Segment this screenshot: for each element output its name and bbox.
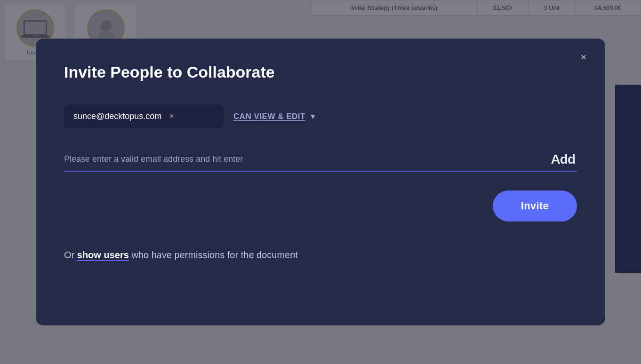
modal-title: Invite People to Collaborate bbox=[64, 63, 577, 81]
permission-label: CAN VIEW & EDIT bbox=[233, 112, 305, 121]
email-tag-text: sunce@decktopus.com bbox=[73, 111, 161, 121]
modal-overlay: × Invite People to Collaborate sunce@dec… bbox=[0, 0, 641, 364]
show-users-link[interactable]: show users bbox=[77, 250, 129, 260]
chevron-down-icon: ▼ bbox=[309, 112, 317, 121]
footer-text: Or show users who have permissions for t… bbox=[64, 250, 577, 261]
footer-suffix: who have permissions for the document bbox=[129, 250, 298, 260]
invite-button[interactable]: Invite bbox=[493, 190, 577, 222]
invite-button-row: Invite bbox=[64, 190, 577, 222]
email-tag-row: sunce@decktopus.com × CAN VIEW & EDIT ▼ bbox=[64, 105, 577, 128]
invite-modal: × Invite People to Collaborate sunce@dec… bbox=[36, 39, 605, 325]
modal-close-button[interactable]: × bbox=[575, 49, 592, 66]
footer-prefix: Or bbox=[64, 250, 77, 260]
email-tag-remove-button[interactable]: × bbox=[169, 111, 174, 121]
email-input-row: Add bbox=[64, 151, 577, 172]
add-button[interactable]: Add bbox=[549, 152, 577, 167]
permission-dropdown-button[interactable]: CAN VIEW & EDIT ▼ bbox=[233, 112, 317, 121]
email-tag: sunce@decktopus.com × bbox=[64, 105, 224, 128]
email-input[interactable] bbox=[64, 151, 549, 167]
